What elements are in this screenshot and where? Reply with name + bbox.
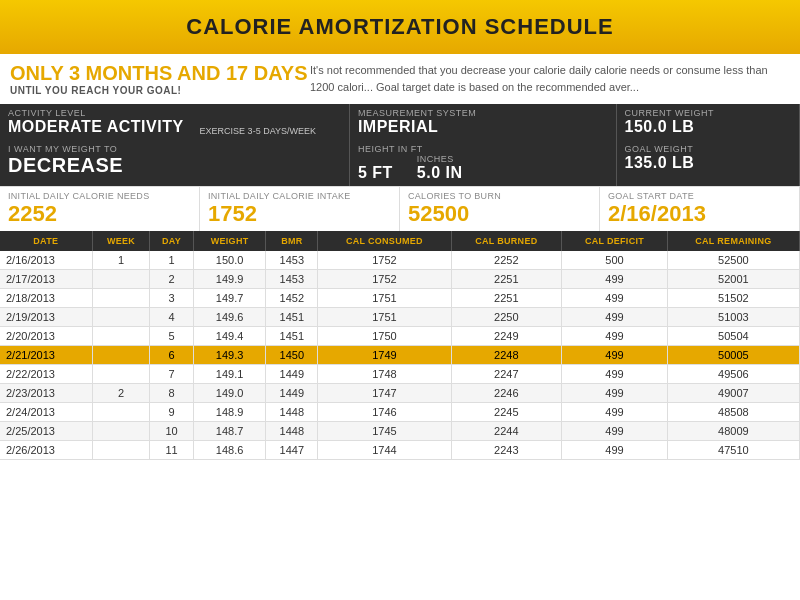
table-cell: 1449 xyxy=(266,365,318,384)
table-cell: 50005 xyxy=(667,346,799,365)
table-cell: 2245 xyxy=(451,403,562,422)
table-cell xyxy=(92,289,150,308)
table-cell: 52500 xyxy=(667,251,799,270)
weight-direction-label: I WANT MY WEIGHT TO xyxy=(8,144,341,154)
table-cell: 499 xyxy=(562,346,668,365)
calorie-intake-cell: INITIAL DAILY CALORIE INTAKE 1752 xyxy=(200,187,400,231)
weight-direction-panel: I WANT MY WEIGHT TO DECREASE xyxy=(0,140,350,186)
table-cell: 499 xyxy=(562,365,668,384)
goal-subtitle: UNTIL YOU REACH YOUR GOAL! xyxy=(10,85,310,96)
table-cell: 4 xyxy=(150,308,194,327)
activity-panel: ACTIVITY LEVEL MODERATE ACTIVITY EXERCIS… xyxy=(0,104,350,140)
calorie-needs-cell: INITIAL DAILY CALORIE NEEDS 2252 xyxy=(0,187,200,231)
table-cell: 1752 xyxy=(318,270,451,289)
table-cell: 148.9 xyxy=(193,403,266,422)
table-cell: 149.4 xyxy=(193,327,266,346)
table-cell: 1744 xyxy=(318,441,451,460)
height-in-value: 5.0 IN xyxy=(417,164,463,182)
calorie-intake-value: 1752 xyxy=(208,201,391,227)
current-weight-label: CURRENT WEIGHT xyxy=(625,108,791,118)
table-cell: 149.3 xyxy=(193,346,266,365)
table-cell: 6 xyxy=(150,346,194,365)
table-cell: 1451 xyxy=(266,308,318,327)
table-cell: 1751 xyxy=(318,289,451,308)
calorie-needs-value: 2252 xyxy=(8,201,191,227)
table-cell: 1746 xyxy=(318,403,451,422)
goal-duration: ONLY 3 MONTHS AND 17 DAYS xyxy=(10,62,310,85)
table-cell: 49506 xyxy=(667,365,799,384)
height-inline: 5 FT INCHES 5.0 IN xyxy=(358,154,608,182)
table-cell: 2/17/2013 xyxy=(0,270,92,289)
table-cell: 2/18/2013 xyxy=(0,289,92,308)
table-cell: 2/19/2013 xyxy=(0,308,92,327)
current-weight-value: 150.0 LB xyxy=(625,118,791,136)
table-cell: 1450 xyxy=(266,346,318,365)
table-cell: 2244 xyxy=(451,422,562,441)
table-cell: 2/20/2013 xyxy=(0,327,92,346)
table-cell: 52001 xyxy=(667,270,799,289)
table-cell: 51003 xyxy=(667,308,799,327)
table-cell: 2248 xyxy=(451,346,562,365)
table-cell: 1 xyxy=(92,251,150,270)
table-cell: 2251 xyxy=(451,270,562,289)
table-cell: 1749 xyxy=(318,346,451,365)
table-cell: 1449 xyxy=(266,384,318,403)
table-row: 2/17/20132149.914531752225149952001 xyxy=(0,270,800,289)
table-row: 2/20/20135149.414511750224949950504 xyxy=(0,327,800,346)
table-cell: 1747 xyxy=(318,384,451,403)
col-header-date: DATE xyxy=(0,231,92,251)
goal-start-label: GOAL START DATE xyxy=(608,191,791,201)
calorie-needs-label: INITIAL DAILY CALORIE NEEDS xyxy=(8,191,191,201)
table-cell: 2/21/2013 xyxy=(0,346,92,365)
table-cell xyxy=(92,270,150,289)
table-row: 2/25/201310148.714481745224449948009 xyxy=(0,422,800,441)
table-cell: 2250 xyxy=(451,308,562,327)
table-row: 2/18/20133149.714521751225149951502 xyxy=(0,289,800,308)
col-header-cal-remaining: CAL REMAINING xyxy=(667,231,799,251)
table-cell: 1448 xyxy=(266,403,318,422)
goal-start-value: 2/16/2013 xyxy=(608,201,791,227)
table-cell: 150.0 xyxy=(193,251,266,270)
table-row: 2/26/201311148.614471744224349947510 xyxy=(0,441,800,460)
table-cell: 1752 xyxy=(318,251,451,270)
table-cell: 2/24/2013 xyxy=(0,403,92,422)
col-header-week: WEEK xyxy=(92,231,150,251)
table-cell: 2/16/2013 xyxy=(0,251,92,270)
table-body: 2/16/201311150.0145317522252500525002/17… xyxy=(0,251,800,460)
table-cell: 50504 xyxy=(667,327,799,346)
table-cell: 149.1 xyxy=(193,365,266,384)
activity-label: ACTIVITY LEVEL xyxy=(8,108,341,118)
table-cell: 499 xyxy=(562,327,668,346)
table-cell: 47510 xyxy=(667,441,799,460)
page-title: CALORIE AMORTIZATION SCHEDULE xyxy=(10,14,790,40)
table-cell: 11 xyxy=(150,441,194,460)
measurement-panel: MEASUREMENT SYSTEM IMPERIAL xyxy=(350,104,617,140)
table-cell: 1 xyxy=(150,251,194,270)
inches-label: INCHES xyxy=(417,154,463,164)
table-cell: 2247 xyxy=(451,365,562,384)
col-header-cal-consumed: CAL CONSUMED xyxy=(318,231,451,251)
summary-section: ONLY 3 MONTHS AND 17 DAYS UNTIL YOU REAC… xyxy=(0,54,800,104)
calories-burn-cell: CALORIES TO BURN 52500 xyxy=(400,187,600,231)
table-cell: 1750 xyxy=(318,327,451,346)
calories-burn-label: CALORIES TO BURN xyxy=(408,191,591,201)
table-cell: 48508 xyxy=(667,403,799,422)
stats-row: INITIAL DAILY CALORIE NEEDS 2252 INITIAL… xyxy=(0,186,800,231)
table-cell: 2252 xyxy=(451,251,562,270)
table-cell: 2251 xyxy=(451,289,562,308)
table-cell: 2 xyxy=(150,270,194,289)
table-cell: 148.6 xyxy=(193,441,266,460)
table-cell: 1745 xyxy=(318,422,451,441)
col-header-cal-deficit: CAL DEFICIT xyxy=(562,231,668,251)
table-cell: 149.0 xyxy=(193,384,266,403)
page-header: CALORIE AMORTIZATION SCHEDULE xyxy=(0,0,800,54)
info-panels-row2: I WANT MY WEIGHT TO DECREASE HEIGHT IN F… xyxy=(0,140,800,186)
table-cell: 10 xyxy=(150,422,194,441)
current-weight-panel: CURRENT WEIGHT 150.0 LB xyxy=(617,104,800,140)
table-cell: 149.9 xyxy=(193,270,266,289)
goal-start-cell: GOAL START DATE 2/16/2013 xyxy=(600,187,800,231)
table-cell: 2 xyxy=(92,384,150,403)
table-cell: 499 xyxy=(562,384,668,403)
info-panels-row1: ACTIVITY LEVEL MODERATE ACTIVITY EXERCIS… xyxy=(0,104,800,140)
table-row: 2/22/20137149.114491748224749949506 xyxy=(0,365,800,384)
